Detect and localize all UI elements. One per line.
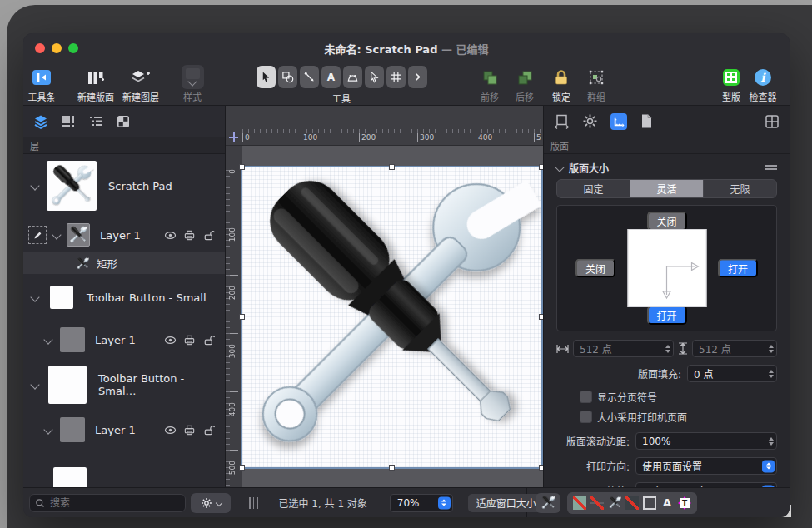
- width-stepper[interactable]: [665, 345, 670, 353]
- expand-top-toggle[interactable]: 关闭: [646, 212, 686, 231]
- height-value: 512 点: [699, 341, 731, 356]
- new-canvas-button[interactable]: 新建版面: [71, 66, 121, 103]
- scroll-margin-stepper[interactable]: [769, 437, 774, 446]
- expand-bottom-toggle[interactable]: 打开: [646, 306, 686, 325]
- canvas-width-field[interactable]: 512 点: [573, 340, 674, 357]
- disclosure-chevron-icon[interactable]: [30, 380, 39, 389]
- panel-resize-handle[interactable]: [249, 497, 258, 509]
- expand-left-toggle[interactable]: 关闭: [575, 259, 615, 278]
- inspector-button[interactable]: i 检查器: [737, 66, 789, 103]
- selection-handle[interactable]: [239, 465, 245, 471]
- unlock-icon[interactable]: [202, 229, 215, 242]
- tools-chip[interactable]: [608, 496, 621, 510]
- close-window-button[interactable]: [35, 43, 45, 53]
- selection-handle[interactable]: [239, 314, 245, 320]
- padding-stepper[interactable]: [769, 370, 774, 378]
- visibility-eye-icon[interactable]: [164, 229, 177, 242]
- tools-artwork[interactable]: [242, 167, 541, 467]
- canvas-size-section-header[interactable]: 版面大小: [556, 157, 777, 177]
- layer-row-toolbar-button-small-2[interactable]: Toolbar Button - Smal…: [23, 359, 225, 411]
- layer-row-layer1-b[interactable]: Layer 1: [23, 321, 225, 359]
- disclosure-chevron-icon[interactable]: [30, 181, 39, 190]
- section-chevron-icon[interactable]: [555, 162, 564, 172]
- tool-shapes[interactable]: [278, 66, 297, 88]
- zoom-level-popup[interactable]: 70%: [390, 494, 453, 512]
- layer-row-clipped[interactable]: [23, 449, 225, 487]
- zoom-window-button[interactable]: [68, 43, 78, 53]
- tab-artboards[interactable]: [61, 114, 76, 129]
- tab-dimensions[interactable]: [554, 113, 570, 129]
- tool-grid[interactable]: [386, 66, 406, 88]
- disclosure-chevron-icon[interactable]: [52, 230, 61, 239]
- visibility-eye-icon[interactable]: [164, 424, 177, 436]
- object-tools-button[interactable]: [536, 493, 560, 513]
- tool-more[interactable]: [408, 66, 427, 88]
- tab-layers[interactable]: [33, 114, 48, 129]
- selection-handle[interactable]: [539, 314, 543, 320]
- selection-handle[interactable]: [539, 465, 543, 471]
- tool-line[interactable]: [300, 66, 319, 88]
- tool-text[interactable]: A: [321, 66, 341, 88]
- layer-row-scratch-pad[interactable]: Scratch Pad: [23, 154, 225, 217]
- style-dropdown-button[interactable]: 样式: [169, 66, 216, 103]
- fill-none-swatch[interactable]: [573, 496, 586, 510]
- canvas-height-field[interactable]: 512 点: [692, 340, 777, 357]
- search-input[interactable]: [29, 494, 186, 512]
- new-layer-button[interactable]: 新建图层: [116, 66, 166, 103]
- horizontal-ruler[interactable]: 0 100 200 300 400 5: [242, 129, 543, 145]
- textbox-style-chip[interactable]: T: [678, 496, 691, 510]
- use-printer-page-size-option[interactable]: 大小采用打印机页面: [556, 410, 777, 424]
- print-icon[interactable]: [183, 334, 196, 346]
- tab-assets[interactable]: [116, 114, 131, 129]
- stroke-none-swatch[interactable]: [590, 496, 604, 510]
- segment-infinite[interactable]: 无限: [704, 180, 776, 197]
- ruler-origin-crosshair-icon[interactable]: [226, 129, 242, 145]
- print-orientation-popup[interactable]: 使用页面设置: [635, 457, 777, 475]
- text-style-chip[interactable]: A: [660, 496, 674, 510]
- segment-fixed[interactable]: 固定: [557, 180, 630, 197]
- checkbox[interactable]: [580, 411, 592, 423]
- layers-options-button[interactable]: [191, 493, 231, 513]
- show-page-breaks-option[interactable]: 显示分页符号: [556, 390, 777, 404]
- group-button[interactable]: 群组: [571, 66, 621, 103]
- disclosure-chevron-icon[interactable]: [30, 292, 39, 301]
- selection-handle[interactable]: [389, 164, 395, 170]
- checkbox[interactable]: [580, 391, 592, 403]
- selection-handle[interactable]: [239, 164, 245, 170]
- layer-row-rectangle-selected[interactable]: 矩形: [23, 252, 225, 274]
- shape-style-chip[interactable]: [643, 496, 656, 510]
- scroll-margin-field[interactable]: 100%: [635, 432, 777, 450]
- layer-row-toolbar-button-small[interactable]: Toolbar Button - Small: [23, 274, 225, 321]
- canvas-padding-field[interactable]: 0 点: [687, 365, 777, 382]
- selection-handle[interactable]: [389, 465, 395, 471]
- print-icon[interactable]: [183, 229, 196, 242]
- panel-grid-toggle[interactable]: [765, 114, 780, 129]
- expand-right-toggle[interactable]: 打开: [718, 259, 758, 278]
- tab-document[interactable]: [640, 113, 654, 129]
- disclosure-chevron-icon[interactable]: [43, 335, 52, 344]
- unlock-icon[interactable]: [202, 334, 215, 346]
- selection-handle[interactable]: [539, 164, 543, 170]
- tab-settings[interactable]: [582, 113, 598, 129]
- layer-row-layer1-editing[interactable]: Layer 1: [23, 217, 225, 252]
- tab-canvas-selected[interactable]: [610, 113, 627, 130]
- zoom-definition-popup[interactable]: 一个 Apple 点: [635, 482, 777, 487]
- tool-node-select[interactable]: [365, 66, 384, 88]
- print-icon[interactable]: [183, 424, 196, 436]
- artboard-selected[interactable]: [242, 167, 541, 467]
- segment-flexible[interactable]: 灵活: [630, 180, 704, 197]
- minimize-window-button[interactable]: [52, 43, 62, 53]
- tool-curve[interactable]: [343, 66, 362, 88]
- canvas-viewport[interactable]: 0 100 200 300 400 500: [226, 146, 543, 487]
- visibility-eye-icon[interactable]: [164, 334, 177, 346]
- disclosure-chevron-icon[interactable]: [43, 425, 52, 434]
- layer-row-layer1-c[interactable]: Layer 1: [23, 411, 225, 449]
- section-menu-icon[interactable]: [765, 165, 777, 170]
- canvas-stage[interactable]: [242, 146, 543, 487]
- shadow-none-swatch[interactable]: [625, 496, 639, 510]
- unlock-icon[interactable]: [202, 424, 215, 436]
- toolbar-toggle-button[interactable]: 工具条: [25, 66, 58, 103]
- height-stepper[interactable]: [769, 345, 774, 353]
- tab-outline[interactable]: [88, 114, 103, 129]
- tool-select[interactable]: [257, 66, 276, 88]
